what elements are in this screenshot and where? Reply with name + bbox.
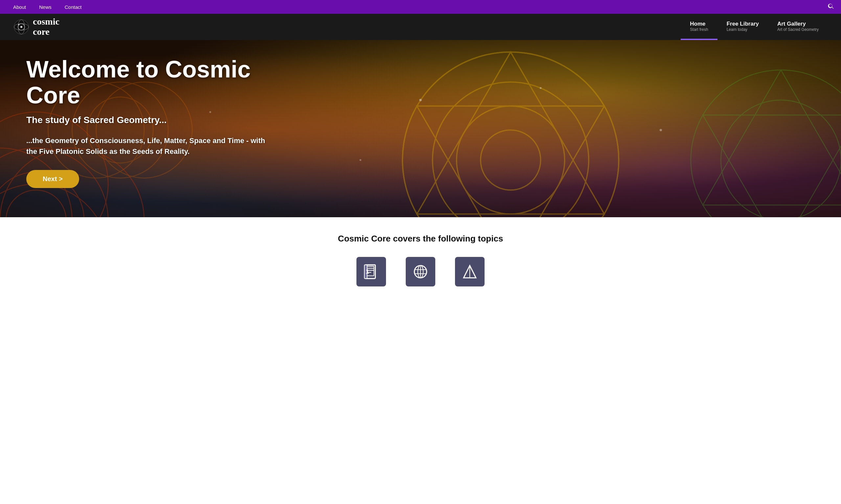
svg-point-4 <box>20 26 22 28</box>
top-nav-links: About News Contact <box>6 0 88 14</box>
nav-about[interactable]: About <box>6 0 33 14</box>
hero-subtitle: The study of Sacred Geometry... <box>26 115 269 125</box>
nav-news[interactable]: News <box>33 0 58 14</box>
topic-geometry[interactable] <box>455 257 484 286</box>
search-icon[interactable] <box>828 3 835 11</box>
hero-section: Welcome to Cosmic Core The study of Sacr… <box>0 40 841 217</box>
topic-book[interactable]: 1 <box>357 257 386 286</box>
nav-home[interactable]: Home Start fresh <box>681 14 717 40</box>
hero-content: Welcome to Cosmic Core The study of Sacr… <box>0 40 296 204</box>
globe-icon <box>412 264 429 280</box>
nav-contact[interactable]: Contact <box>58 0 88 14</box>
svg-point-5 <box>18 24 19 25</box>
svg-text:1: 1 <box>366 268 369 275</box>
topics-section: Cosmic Core covers the following topics … <box>0 217 841 300</box>
topics-icons: 1 <box>13 257 828 286</box>
hero-title: Welcome to Cosmic Core <box>26 56 269 108</box>
next-button[interactable]: Next > <box>26 170 79 188</box>
logo-text: cosmic core <box>33 17 59 37</box>
nav-art-gallery[interactable]: Art Gallery Art of Sacred Geometry <box>768 14 828 40</box>
main-nav: cosmic core Home Start fresh Free Librar… <box>0 14 841 40</box>
topic-globe[interactable] <box>406 257 435 286</box>
logo[interactable]: cosmic core <box>13 17 59 37</box>
logo-icon <box>13 19 30 35</box>
top-nav: About News Contact <box>0 0 841 14</box>
main-nav-links: Home Start fresh Free Library Learn toda… <box>681 14 828 40</box>
geometry-icon <box>462 264 478 280</box>
hero-description: ...the Geometry of Consciousness, Life, … <box>26 135 269 157</box>
topics-heading: Cosmic Core covers the following topics <box>13 234 828 244</box>
nav-free-library[interactable]: Free Library Learn today <box>718 14 768 40</box>
book-icon: 1 <box>363 264 379 280</box>
